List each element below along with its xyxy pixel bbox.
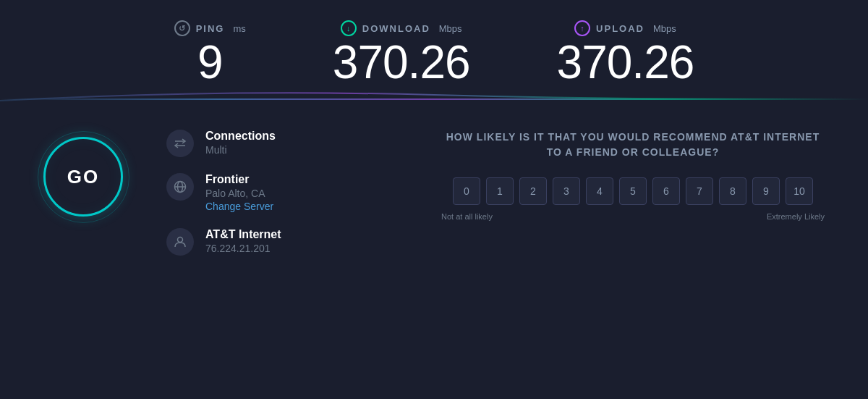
- survey-question: HOW LIKELY IS IT THAT YOU WOULD RECOMMEN…: [441, 130, 825, 160]
- curve-decoration: [0, 88, 868, 102]
- divider-line: [0, 98, 868, 100]
- upload-value: 370.26: [557, 39, 694, 85]
- isp-icon: [166, 228, 194, 256]
- globe-icon: [174, 180, 187, 193]
- upload-unit: Mbps: [653, 23, 676, 34]
- multi-arrows-icon: [174, 138, 187, 148]
- survey-scale: 012345678910: [441, 177, 825, 205]
- go-button[interactable]: GO: [43, 137, 123, 217]
- scale-btn-2[interactable]: 2: [519, 177, 547, 205]
- go-button-container: GO: [43, 137, 123, 217]
- upload-stat: ↑ UPLOAD Mbps 370.26: [557, 20, 694, 85]
- ping-stat: ↺ PING ms 9: [174, 20, 246, 85]
- info-panel: Connections Multi Frontier Palo Alto, CA…: [166, 130, 383, 256]
- ping-value: 9: [197, 39, 223, 85]
- stats-bar: ↺ PING ms 9 ↓ DOWNLOAD Mbps 370.26 ↑ UPL…: [0, 0, 868, 98]
- download-header: ↓ DOWNLOAD Mbps: [341, 20, 462, 36]
- upload-icon: ↑: [574, 20, 590, 36]
- ping-label: PING: [196, 23, 225, 34]
- divider: [0, 98, 868, 101]
- isp-row: AT&T Internet 76.224.21.201: [166, 228, 383, 256]
- connections-label: Connections: [205, 130, 276, 143]
- ping-header: ↺ PING ms: [174, 20, 246, 36]
- scale-btn-7[interactable]: 7: [686, 177, 713, 205]
- scale-btn-9[interactable]: 9: [752, 177, 780, 205]
- person-icon: [174, 235, 187, 248]
- go-button-label: GO: [67, 166, 99, 188]
- connections-row: Connections Multi: [166, 130, 383, 157]
- connections-icon: [166, 130, 194, 157]
- upload-header: ↑ UPLOAD Mbps: [574, 20, 676, 36]
- download-label: DOWNLOAD: [362, 23, 430, 34]
- isp-text: AT&T Internet 76.224.21.201: [205, 228, 281, 254]
- survey-panel: HOW LIKELY IS IT THAT YOU WOULD RECOMMEN…: [412, 130, 825, 221]
- scale-btn-5[interactable]: 5: [619, 177, 647, 205]
- bottom-section: GO Connections Multi: [0, 101, 868, 277]
- download-icon: ↓: [341, 20, 357, 36]
- scale-btn-1[interactable]: 1: [486, 177, 514, 205]
- scale-btn-6[interactable]: 6: [652, 177, 680, 205]
- upload-label: UPLOAD: [596, 23, 644, 34]
- server-location: Palo Alto, CA: [205, 188, 273, 199]
- scale-btn-8[interactable]: 8: [719, 177, 746, 205]
- server-icon: [166, 173, 194, 201]
- server-row: Frontier Palo Alto, CA Change Server: [166, 173, 383, 212]
- scale-btn-3[interactable]: 3: [553, 177, 580, 205]
- download-stat: ↓ DOWNLOAD Mbps 370.26: [333, 20, 470, 85]
- scale-low-label: Not at all likely: [441, 212, 493, 221]
- connections-value: Multi: [205, 144, 276, 156]
- download-unit: Mbps: [439, 23, 462, 34]
- ping-icon: ↺: [174, 20, 190, 36]
- scale-labels: Not at all likely Extremely Likely: [441, 212, 825, 221]
- isp-label: AT&T Internet: [205, 228, 281, 241]
- scale-btn-0[interactable]: 0: [453, 177, 480, 205]
- change-server-link[interactable]: Change Server: [205, 201, 273, 212]
- scale-high-label: Extremely Likely: [767, 212, 825, 221]
- isp-ip: 76.224.21.201: [205, 243, 281, 254]
- download-value: 370.26: [333, 39, 470, 85]
- server-text: Frontier Palo Alto, CA Change Server: [205, 173, 273, 212]
- server-label: Frontier: [205, 173, 273, 186]
- scale-btn-10[interactable]: 10: [786, 177, 813, 205]
- connections-text: Connections Multi: [205, 130, 276, 156]
- scale-btn-4[interactable]: 4: [586, 177, 613, 205]
- svg-point-5: [178, 238, 183, 243]
- ping-unit: ms: [233, 23, 245, 34]
